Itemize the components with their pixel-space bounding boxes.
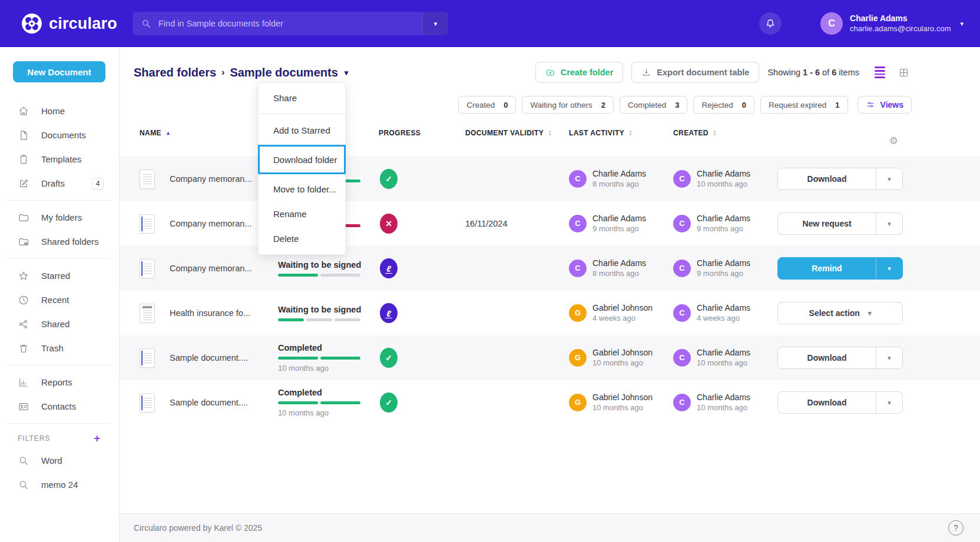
person-time: 10 months ago (592, 358, 653, 368)
avatar: C (569, 170, 587, 188)
document-name[interactable]: Sample document.... (170, 398, 248, 407)
sidebar-item-shared[interactable]: Shared (0, 312, 119, 336)
user-avatar[interactable]: C (820, 12, 843, 35)
menu-item-delete[interactable]: Delete (259, 226, 345, 251)
created-cell: C Charlie Adams9 months ago (673, 258, 777, 278)
document-name[interactable]: Company memoran... (170, 219, 251, 228)
chip-completed[interactable]: Completed 3 (620, 96, 688, 114)
filters-section-title: FILTERS (18, 434, 50, 443)
sidebar-filter-memo24[interactable]: memo 24 (0, 473, 119, 497)
table-row[interactable]: Company memoran... ✕ 16/11/2024 C Charli… (120, 201, 980, 246)
export-document-table-button[interactable]: Export document table (631, 62, 759, 83)
sidebar-item-drafts[interactable]: Drafts 4 (0, 171, 119, 195)
grid-view-button[interactable] (898, 67, 909, 78)
search-options-dropdown[interactable]: ▾ (422, 12, 448, 35)
row-action-dropdown[interactable]: ▾ (876, 213, 902, 234)
person-time: 4 weeks ago (592, 314, 653, 324)
row-action-dropdown[interactable]: ▾ (876, 347, 902, 368)
trash-icon (18, 343, 29, 354)
breadcrumb-parent[interactable]: Shared folders (134, 66, 216, 79)
sidebar-item-home[interactable]: Home (0, 99, 119, 123)
folder-menu-caret[interactable]: ▾ (345, 68, 349, 77)
sort-icon: ▲▼ (548, 129, 552, 137)
row-action: Download ▾ (777, 391, 903, 414)
global-search[interactable]: ▾ (133, 12, 448, 35)
table-row[interactable]: Sample document.... Completed 10 months … (120, 335, 980, 380)
sidebar-item-recent[interactable]: Recent (0, 288, 119, 312)
list-view-button[interactable] (875, 66, 885, 78)
chip-waiting-for-others[interactable]: Waiting for others 2 (522, 96, 614, 114)
chevron-down-icon: ▾ (868, 310, 872, 317)
row-action-dropdown[interactable]: ▾ (876, 392, 902, 413)
table-row[interactable]: Company memoran... Waiting to be signed … (120, 246, 980, 291)
sidebar-item-starred[interactable]: Starred (0, 264, 119, 288)
sidebar-item-shared-folders[interactable]: Shared folders (0, 230, 119, 254)
sidebar-item-documents[interactable]: Documents (0, 123, 119, 147)
column-header-validity[interactable]: DOCUMENT VALIDITY ▲▼ (465, 129, 569, 137)
create-folder-button[interactable]: Create folder (535, 62, 623, 83)
row-action-dropdown[interactable]: ▾ (876, 168, 902, 189)
person-time: 9 months ago (697, 224, 750, 234)
row-action-button[interactable]: Download (778, 392, 876, 413)
sidebar-item-templates[interactable]: Templates (0, 147, 119, 171)
folder-plus-icon (545, 68, 555, 78)
notifications-button[interactable] (759, 12, 782, 35)
row-action-dropdown[interactable]: ▾ (876, 258, 902, 279)
sidebar-label: My folders (41, 212, 82, 222)
brand-logo[interactable]: circularo (21, 0, 117, 47)
progress-status-icon: ✕ (380, 214, 398, 234)
table-row[interactable]: Health insurance fo... Waiting to be sig… (120, 291, 980, 335)
menu-item-add-to-starred[interactable]: Add to Starred (259, 118, 345, 142)
last-activity-cell: G Gabriel Johnson10 months ago (569, 347, 673, 368)
document-name[interactable]: Health insurance fo... (170, 308, 250, 318)
row-action-button[interactable]: Download (778, 347, 876, 368)
table-row[interactable]: Sample document.... Completed 10 months … (120, 380, 980, 425)
created-cell: C Charlie Adams4 weeks ago (673, 302, 777, 323)
row-action-select[interactable]: Select action▾ (778, 302, 902, 324)
column-header-created[interactable]: CREATED ▲▼ (673, 129, 777, 137)
chip-request-expired[interactable]: Request expired 1 (760, 96, 848, 114)
sidebar-item-my-folders[interactable]: My folders (0, 205, 119, 230)
sidebar-filter-word[interactable]: Word (0, 448, 119, 473)
menu-divider (259, 114, 345, 114)
views-button[interactable]: Views (858, 96, 912, 114)
row-action-button[interactable]: New request (778, 213, 876, 234)
search-input[interactable] (158, 19, 422, 28)
breadcrumb-current[interactable]: Sample documents (230, 66, 337, 79)
sidebar-item-contacts[interactable]: Contacts (0, 394, 119, 418)
sidebar-item-trash[interactable]: Trash (0, 336, 119, 360)
row-action-button[interactable]: Download (778, 168, 876, 189)
column-header-progress[interactable]: PROGRESS (379, 129, 465, 137)
person-time: 8 months ago (592, 269, 646, 279)
person-name: Charlie Adams (697, 213, 750, 224)
bell-icon (764, 18, 776, 29)
avatar: C (673, 260, 691, 277)
last-activity-cell: G Gabriel Johnson10 months ago (569, 392, 673, 413)
person-time: 10 months ago (697, 403, 750, 413)
new-document-button[interactable]: New Document (13, 61, 105, 82)
menu-item-rename[interactable]: Rename (259, 201, 345, 226)
column-header-name[interactable]: NAME▲ (140, 129, 278, 137)
document-name[interactable]: Sample document.... (170, 353, 248, 363)
sidebar-label: Reports (41, 377, 72, 387)
column-settings-icon[interactable]: ⚙ (889, 135, 903, 147)
menu-item-share[interactable]: Share (259, 85, 345, 110)
document-name[interactable]: Company memoran... (170, 264, 251, 273)
menu-item-download-folder[interactable]: Download folder (258, 145, 346, 174)
top-bar: circularo ▾ C Charlie Adams charlie.adam… (0, 0, 980, 47)
chip-rejected[interactable]: Rejected 0 (693, 96, 754, 114)
sidebar-item-reports[interactable]: Reports (0, 370, 119, 394)
add-filter-button[interactable]: + (94, 433, 100, 444)
help-button[interactable]: ? (948, 520, 964, 536)
avatar: C (673, 215, 691, 232)
column-header-last-activity[interactable]: LAST ACTIVITY ▲▼ (569, 129, 673, 137)
table-row[interactable]: Company memoran... ✓ C Charlie Adams8 mo… (120, 157, 980, 201)
user-menu-caret[interactable]: ▾ (960, 20, 964, 28)
menu-item-move-to-folder[interactable]: Move to folder... (259, 177, 345, 201)
document-validity: 16/11/2024 (465, 219, 569, 228)
document-name[interactable]: Company memoran... (170, 174, 251, 184)
user-info: Charlie Adams charlie.adams@circularo.co… (850, 14, 951, 34)
row-action-button[interactable]: Remind (778, 258, 876, 279)
chip-created[interactable]: Created 0 (458, 96, 516, 114)
search-icon (18, 455, 29, 467)
